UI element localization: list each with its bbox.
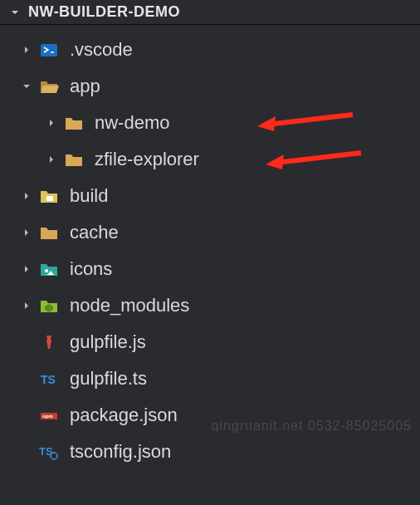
tree-item-label: cache: [70, 222, 119, 243]
build-icon: [38, 185, 60, 207]
chevron-down-icon: [8, 8, 22, 17]
chevron-right-icon[interactable]: [20, 192, 33, 200]
tree-item-label: node_modules: [70, 295, 189, 316]
tree-item[interactable]: TSgulpfile.ts: [0, 360, 420, 397]
vscode-icon: [38, 39, 60, 61]
tree-item[interactable]: node_modules: [0, 287, 420, 324]
project-title: NW-BUILDER-DEMO: [28, 3, 180, 21]
tree-item[interactable]: nw-demo: [0, 105, 420, 141]
tree-item[interactable]: .vscode: [0, 32, 420, 68]
tree-item[interactable]: build: [0, 178, 420, 214]
tree-item-label: gulpfile.ts: [70, 368, 147, 390]
tree-item-label: tsconfig.json: [70, 441, 171, 463]
tree-item-label: nw-demo: [95, 112, 169, 134]
gulp-icon: [38, 331, 60, 353]
svg-rect-1: [46, 196, 53, 201]
folder-icon: [38, 222, 60, 243]
tree-item[interactable]: zfile-explorer: [0, 141, 420, 178]
chevron-right-icon[interactable]: [20, 265, 33, 273]
tree-item[interactable]: TStsconfig.json: [0, 434, 420, 470]
tree-item[interactable]: gulpfile.js: [0, 324, 420, 360]
tsconfig-icon: TS: [38, 441, 60, 463]
tree-item-label: gulpfile.js: [70, 331, 146, 353]
nodemods-icon: [38, 295, 60, 316]
svg-text:npm: npm: [42, 414, 53, 419]
tree-item-label: icons: [70, 258, 112, 280]
folder-icon: [63, 149, 85, 170]
icons-icon: [38, 258, 60, 280]
folder-open-icon: [38, 76, 60, 97]
chevron-right-icon[interactable]: [45, 119, 58, 127]
tree-item-label: package.json: [70, 404, 178, 426]
tree-item-label: .vscode: [70, 39, 133, 61]
folder-icon: [63, 112, 85, 134]
svg-rect-0: [41, 44, 57, 56]
svg-point-2: [45, 269, 48, 272]
tree-item-label: app: [70, 76, 100, 97]
chevron-down-icon[interactable]: [20, 82, 33, 91]
ts-icon: TS: [38, 368, 60, 390]
file-tree: .vscodeappnw-demozfile-explorerbuildcach…: [0, 25, 420, 470]
tree-item[interactable]: cache: [0, 214, 420, 251]
chevron-right-icon[interactable]: [45, 155, 58, 164]
tree-item-label: build: [70, 185, 108, 207]
npm-icon: npm: [38, 404, 60, 426]
chevron-right-icon[interactable]: [20, 302, 33, 310]
tree-item-label: zfile-explorer: [95, 149, 199, 170]
tree-item[interactable]: icons: [0, 251, 420, 287]
project-header[interactable]: NW-BUILDER-DEMO: [0, 0, 420, 25]
tree-item[interactable]: app: [0, 68, 420, 105]
svg-text:TS: TS: [41, 373, 56, 386]
chevron-right-icon[interactable]: [20, 46, 33, 54]
tree-item[interactable]: npmpackage.json: [0, 397, 420, 434]
chevron-right-icon[interactable]: [20, 228, 33, 237]
